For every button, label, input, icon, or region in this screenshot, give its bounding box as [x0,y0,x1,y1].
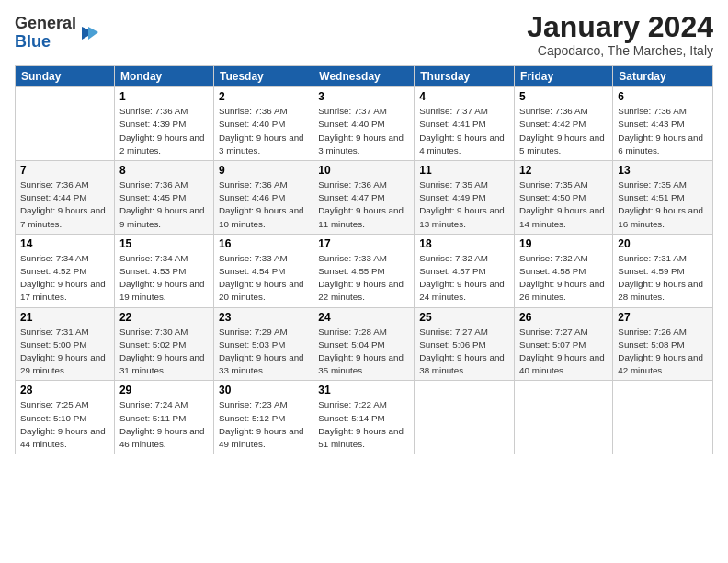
day-info: Sunrise: 7:26 AM Sunset: 5:08 PM Dayligh… [618,326,708,378]
logo-text: General Blue [15,15,76,52]
calendar-table: Sunday Monday Tuesday Wednesday Thursday… [15,65,713,454]
day-info: Sunrise: 7:22 AM Sunset: 5:14 PM Dayligh… [318,398,409,451]
day-info: Sunrise: 7:33 AM Sunset: 4:55 PM Dayligh… [318,252,409,304]
table-row: 23Sunrise: 7:29 AM Sunset: 5:03 PM Dayli… [213,307,313,381]
table-row: 30Sunrise: 7:23 AM Sunset: 5:12 PM Dayli… [213,381,313,454]
day-info: Sunrise: 7:27 AM Sunset: 5:07 PM Dayligh… [519,326,608,378]
day-info: Sunrise: 7:36 AM Sunset: 4:43 PM Dayligh… [618,105,708,157]
day-number: 6 [618,90,708,103]
day-number: 7 [20,164,109,177]
day-info: Sunrise: 7:35 AM Sunset: 4:50 PM Dayligh… [519,178,608,231]
table-row [613,381,713,454]
day-number: 4 [419,90,509,103]
day-info: Sunrise: 7:36 AM Sunset: 4:44 PM Dayligh… [20,178,109,231]
table-row: 14Sunrise: 7:34 AM Sunset: 4:52 PM Dayli… [16,234,115,307]
table-row [515,381,613,454]
logo-blue: Blue [15,32,51,51]
logo: General Blue [15,15,98,52]
day-number: 22 [119,311,209,324]
day-number: 27 [618,311,708,324]
day-number: 11 [419,164,509,177]
col-wednesday: Wednesday [313,66,415,87]
col-saturday: Saturday [613,66,713,87]
day-info: Sunrise: 7:36 AM Sunset: 4:42 PM Dayligh… [519,105,608,157]
day-info: Sunrise: 7:25 AM Sunset: 5:10 PM Dayligh… [20,398,109,451]
day-info: Sunrise: 7:30 AM Sunset: 5:02 PM Dayligh… [119,326,209,378]
table-row: 6Sunrise: 7:36 AM Sunset: 4:43 PM Daylig… [613,87,713,161]
col-sunday: Sunday [16,66,115,87]
header-row: Sunday Monday Tuesday Wednesday Thursday… [16,66,713,87]
table-row: 5Sunrise: 7:36 AM Sunset: 4:42 PM Daylig… [515,87,613,161]
table-row: 7Sunrise: 7:36 AM Sunset: 4:44 PM Daylig… [16,161,115,235]
table-row: 3Sunrise: 7:37 AM Sunset: 4:40 PM Daylig… [313,87,415,161]
calendar-page: General Blue January 2024 Capodarco, The… [0,0,728,563]
day-info: Sunrise: 7:29 AM Sunset: 5:03 PM Dayligh… [219,326,308,378]
day-info: Sunrise: 7:37 AM Sunset: 4:41 PM Dayligh… [419,105,509,157]
day-info: Sunrise: 7:36 AM Sunset: 4:40 PM Dayligh… [219,105,308,157]
day-number: 10 [318,164,409,177]
day-info: Sunrise: 7:24 AM Sunset: 5:11 PM Dayligh… [119,398,209,451]
day-number: 30 [219,384,308,396]
day-number: 24 [318,311,409,324]
table-row: 9Sunrise: 7:36 AM Sunset: 4:46 PM Daylig… [213,161,313,235]
day-number: 5 [519,90,608,103]
logo-icon [78,23,98,43]
logo-general: General [15,14,76,32]
table-row: 18Sunrise: 7:32 AM Sunset: 4:57 PM Dayli… [415,234,515,307]
day-number: 3 [318,90,409,103]
month-title: January 2024 [527,11,713,43]
table-row: 8Sunrise: 7:36 AM Sunset: 4:45 PM Daylig… [114,161,213,235]
calendar-week-row: 21Sunrise: 7:31 AM Sunset: 5:00 PM Dayli… [16,307,713,381]
day-info: Sunrise: 7:32 AM Sunset: 4:57 PM Dayligh… [419,252,509,304]
table-row [415,381,515,454]
day-info: Sunrise: 7:27 AM Sunset: 5:06 PM Dayligh… [419,326,509,378]
day-number: 12 [519,164,608,177]
day-number: 9 [219,164,308,177]
day-info: Sunrise: 7:34 AM Sunset: 4:53 PM Dayligh… [119,252,209,304]
day-number: 20 [618,237,708,250]
table-row: 4Sunrise: 7:37 AM Sunset: 4:41 PM Daylig… [415,87,515,161]
calendar-week-row: 1Sunrise: 7:36 AM Sunset: 4:39 PM Daylig… [16,87,713,161]
day-info: Sunrise: 7:36 AM Sunset: 4:47 PM Dayligh… [318,178,409,231]
day-info: Sunrise: 7:35 AM Sunset: 4:49 PM Dayligh… [419,178,509,231]
table-row: 19Sunrise: 7:32 AM Sunset: 4:58 PM Dayli… [515,234,613,307]
table-row: 22Sunrise: 7:30 AM Sunset: 5:02 PM Dayli… [114,307,213,381]
day-info: Sunrise: 7:34 AM Sunset: 4:52 PM Dayligh… [20,252,109,304]
calendar-week-row: 7Sunrise: 7:36 AM Sunset: 4:44 PM Daylig… [16,161,713,235]
day-number: 8 [119,164,209,177]
table-row: 15Sunrise: 7:34 AM Sunset: 4:53 PM Dayli… [114,234,213,307]
day-info: Sunrise: 7:33 AM Sunset: 4:54 PM Dayligh… [219,252,308,304]
table-row: 10Sunrise: 7:36 AM Sunset: 4:47 PM Dayli… [313,161,415,235]
day-info: Sunrise: 7:37 AM Sunset: 4:40 PM Dayligh… [318,105,409,157]
col-thursday: Thursday [415,66,515,87]
day-info: Sunrise: 7:23 AM Sunset: 5:12 PM Dayligh… [219,398,308,451]
table-row: 20Sunrise: 7:31 AM Sunset: 4:59 PM Dayli… [613,234,713,307]
day-number: 25 [419,311,509,324]
day-number: 15 [119,237,209,250]
header: General Blue January 2024 Capodarco, The… [15,11,713,58]
day-info: Sunrise: 7:31 AM Sunset: 5:00 PM Dayligh… [20,326,109,378]
day-info: Sunrise: 7:36 AM Sunset: 4:46 PM Dayligh… [219,178,308,231]
day-info: Sunrise: 7:31 AM Sunset: 4:59 PM Dayligh… [618,252,708,304]
table-row: 29Sunrise: 7:24 AM Sunset: 5:11 PM Dayli… [114,381,213,454]
day-number: 21 [20,311,109,324]
day-number: 13 [618,164,708,177]
day-number: 1 [119,90,209,103]
table-row [16,87,115,161]
location: Capodarco, The Marches, Italy [527,43,713,58]
day-number: 26 [519,311,608,324]
day-info: Sunrise: 7:28 AM Sunset: 5:04 PM Dayligh… [318,326,409,378]
calendar-week-row: 28Sunrise: 7:25 AM Sunset: 5:10 PM Dayli… [16,381,713,454]
col-tuesday: Tuesday [213,66,313,87]
day-number: 18 [419,237,509,250]
svg-marker-1 [88,27,98,40]
day-info: Sunrise: 7:32 AM Sunset: 4:58 PM Dayligh… [519,252,608,304]
day-number: 2 [219,90,308,103]
table-row: 31Sunrise: 7:22 AM Sunset: 5:14 PM Dayli… [313,381,415,454]
table-row: 27Sunrise: 7:26 AM Sunset: 5:08 PM Dayli… [613,307,713,381]
table-row: 25Sunrise: 7:27 AM Sunset: 5:06 PM Dayli… [415,307,515,381]
day-number: 31 [318,384,409,396]
table-row: 24Sunrise: 7:28 AM Sunset: 5:04 PM Dayli… [313,307,415,381]
calendar-week-row: 14Sunrise: 7:34 AM Sunset: 4:52 PM Dayli… [16,234,713,307]
day-info: Sunrise: 7:36 AM Sunset: 4:39 PM Dayligh… [119,105,209,157]
